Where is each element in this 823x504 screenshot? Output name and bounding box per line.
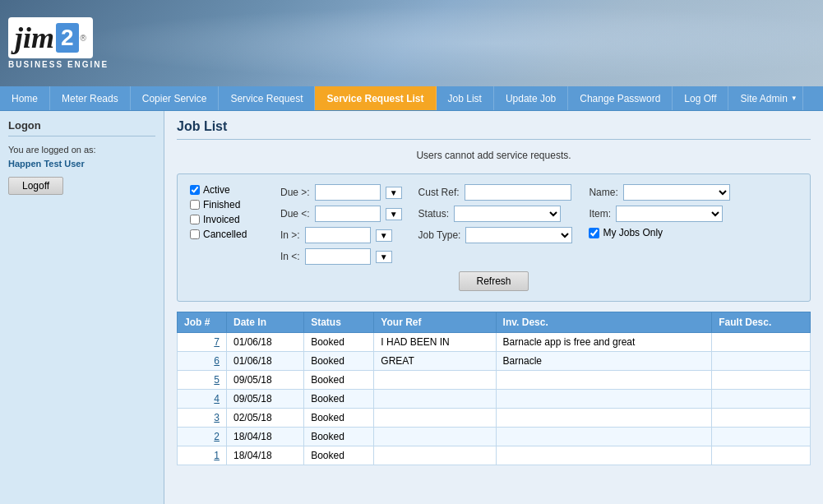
cell-status: Booked — [304, 428, 374, 446]
nav-item-site-admin[interactable]: Site Admin ▼ — [728, 86, 802, 110]
name-item-column: Name: Item: My Jobs Only — [589, 184, 729, 238]
checkbox-finished: Finished — [190, 199, 264, 210]
in-lt-input[interactable] — [305, 248, 371, 265]
cell-fault-desc — [712, 352, 811, 371]
job-link[interactable]: 4 — [184, 393, 220, 405]
cell-status: Booked — [304, 352, 374, 371]
finished-label: Finished — [203, 199, 240, 210]
in-gt-input[interactable] — [305, 227, 371, 243]
table-row: 118/04/18Booked — [178, 446, 811, 465]
cust-ref-input[interactable] — [465, 184, 571, 201]
logoff-button[interactable]: Logoff — [8, 177, 63, 195]
job-link[interactable]: 3 — [184, 412, 220, 423]
due-lt-input[interactable] — [315, 206, 381, 222]
table-row: 701/06/18BookedI HAD BEEN INBarnacle app… — [178, 333, 811, 352]
table-row: 302/05/18Booked — [178, 409, 811, 428]
cell-your-ref — [374, 371, 496, 390]
in-lt-arrow[interactable]: ▼ — [376, 251, 392, 263]
job-type-select[interactable] — [465, 227, 572, 243]
cell-inv-desc — [496, 409, 712, 428]
job-link[interactable]: 1 — [184, 450, 220, 461]
cell-fault-desc — [712, 409, 811, 428]
status-group: Status: — [418, 206, 573, 222]
warning-message: Users cannot add service requests. — [177, 150, 811, 161]
my-jobs-checkbox[interactable] — [589, 228, 599, 238]
cell-inv-desc — [496, 371, 712, 390]
due-gt-input[interactable] — [315, 184, 381, 201]
nav-bar: Home Meter Reads Copier Service Service … — [0, 86, 823, 111]
nav-item-meter-reads[interactable]: Meter Reads — [50, 86, 131, 110]
sidebar: Logon You are logged on as: Happen Test … — [0, 111, 164, 504]
item-select[interactable] — [616, 206, 723, 222]
cell-job: 2 — [178, 428, 227, 446]
invoiced-checkbox[interactable] — [190, 215, 200, 224]
content-area: Job List Users cannot add service reques… — [164, 111, 823, 504]
cancelled-label: Cancelled — [203, 229, 247, 240]
cell-date-in: 09/05/18 — [227, 371, 304, 390]
nav-item-service-request[interactable]: Service Request — [219, 86, 315, 110]
in-lt-label: In <: — [280, 251, 300, 262]
table-row: 218/04/18Booked — [178, 428, 811, 446]
job-table: Job # Date In Status Your Ref Inv. Desc.… — [177, 312, 811, 465]
cell-job: 1 — [178, 446, 227, 465]
due-lt-group: Due <: ▼ — [280, 206, 402, 222]
active-checkbox[interactable] — [190, 185, 200, 195]
cancelled-checkbox[interactable] — [190, 229, 200, 239]
cell-status: Booked — [304, 446, 374, 465]
logo-subtitle: BUSINESS ENGINE — [8, 60, 109, 69]
cust-ref-group: Cust Ref: — [418, 184, 573, 201]
in-gt-label: In >: — [280, 229, 300, 241]
my-jobs-group: My Jobs Only — [589, 227, 729, 238]
due-lt-arrow[interactable]: ▼ — [386, 208, 402, 220]
logo-container: jim 2 ® BUSINESS ENGINE — [8, 17, 109, 69]
col-inv-desc: Inv. Desc. — [496, 312, 712, 333]
col-fault-desc: Fault Desc. — [712, 312, 811, 333]
col-date-in: Date In — [227, 312, 304, 333]
sidebar-title: Logon — [8, 119, 155, 136]
status-select[interactable] — [454, 206, 561, 222]
nav-item-service-request-list[interactable]: Service Request List — [315, 86, 436, 110]
cell-date-in: 01/06/18 — [227, 333, 304, 352]
logo-jim-text: jim — [15, 21, 54, 55]
job-link[interactable]: 5 — [184, 374, 220, 386]
cell-inv-desc — [496, 446, 712, 465]
job-link[interactable]: 7 — [184, 336, 220, 348]
cell-your-ref: GREAT — [374, 352, 496, 371]
cell-your-ref — [374, 390, 496, 409]
sidebar-username: Happen Test User — [8, 159, 155, 169]
nav-item-home[interactable]: Home — [0, 86, 50, 110]
logo-trademark: ® — [81, 34, 86, 43]
due-gt-arrow[interactable]: ▼ — [386, 187, 402, 199]
cell-status: Booked — [304, 333, 374, 352]
logo-jim: jim 2 ® — [8, 17, 93, 58]
table-row: 409/05/18Booked — [178, 390, 811, 409]
name-group: Name: — [589, 184, 729, 201]
cell-fault-desc — [712, 390, 811, 409]
item-label: Item: — [589, 208, 611, 220]
refresh-button[interactable]: Refresh — [459, 271, 528, 291]
job-link[interactable]: 6 — [184, 355, 220, 367]
active-label: Active — [203, 184, 230, 196]
name-select[interactable] — [623, 184, 730, 201]
name-label: Name: — [589, 187, 617, 198]
cell-inv-desc — [496, 390, 712, 409]
in-gt-arrow[interactable]: ▼ — [376, 229, 392, 242]
finished-checkbox[interactable] — [190, 200, 200, 210]
cell-date-in: 01/06/18 — [227, 352, 304, 371]
nav-item-job-list[interactable]: Job List — [437, 86, 494, 110]
filter-area: Active Finished Invoiced Cancelled — [177, 173, 811, 302]
nav-item-change-password[interactable]: Change Password — [568, 86, 673, 110]
job-link[interactable]: 2 — [184, 431, 220, 442]
table-row: 601/06/18BookedGREATBarnacle — [178, 352, 811, 371]
cell-fault-desc — [712, 371, 811, 390]
nav-item-copier-service[interactable]: Copier Service — [131, 86, 220, 110]
cell-status: Booked — [304, 409, 374, 428]
item-group: Item: — [589, 206, 729, 222]
chevron-down-icon: ▼ — [791, 95, 798, 102]
cell-date-in: 18/04/18 — [227, 428, 304, 446]
due-in-column: Due >: ▼ Due <: ▼ In >: ▼ — [280, 184, 402, 265]
cell-your-ref — [374, 409, 496, 428]
nav-item-log-off[interactable]: Log Off — [673, 86, 728, 110]
nav-item-update-job[interactable]: Update Job — [494, 86, 568, 110]
cell-inv-desc: Barnacle app is free and great — [496, 333, 712, 352]
